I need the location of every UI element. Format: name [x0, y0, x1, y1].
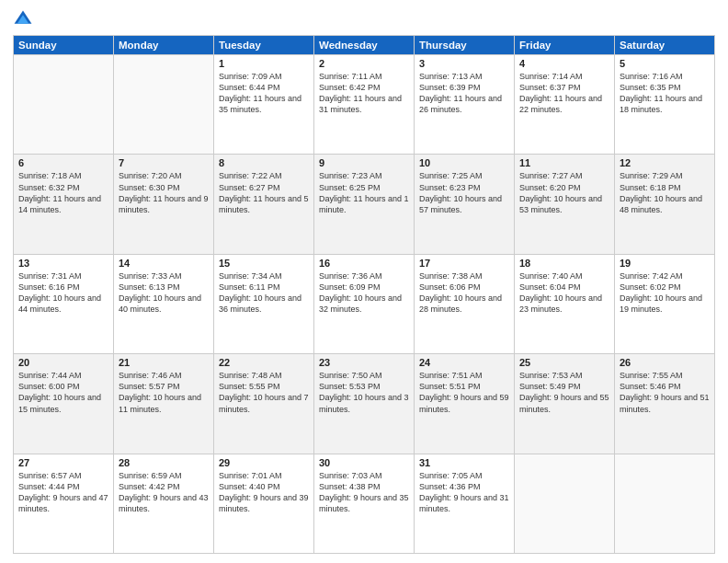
- calendar-cell: 15Sunrise: 7:34 AMSunset: 6:11 PMDayligh…: [214, 254, 314, 353]
- day-info: Sunrise: 7:14 AMSunset: 6:37 PMDaylight:…: [519, 71, 609, 116]
- day-info: Sunrise: 7:16 AMSunset: 6:35 PMDaylight:…: [620, 71, 710, 116]
- calendar-cell: 22Sunrise: 7:48 AMSunset: 5:55 PMDayligh…: [214, 354, 314, 454]
- calendar-cell: 16Sunrise: 7:36 AMSunset: 6:09 PMDayligh…: [314, 254, 415, 353]
- logo: [13, 9, 35, 29]
- calendar-cell: 24Sunrise: 7:51 AMSunset: 5:51 PMDayligh…: [415, 354, 515, 454]
- day-number: 11: [519, 157, 609, 168]
- day-info: Sunrise: 7:23 AMSunset: 6:25 PMDaylight:…: [319, 170, 409, 215]
- calendar-cell: 18Sunrise: 7:40 AMSunset: 6:04 PMDayligh…: [515, 254, 615, 353]
- day-number: 23: [319, 357, 409, 368]
- day-number: 22: [219, 357, 309, 368]
- day-info: Sunrise: 7:03 AMSunset: 4:38 PMDaylight:…: [319, 470, 409, 515]
- calendar-header-row: SundayMondayTuesdayWednesdayThursdayFrid…: [14, 36, 715, 55]
- calendar-cell: 27Sunrise: 6:57 AMSunset: 4:44 PMDayligh…: [14, 454, 114, 553]
- day-number: 19: [620, 258, 710, 269]
- day-number: 13: [18, 258, 108, 269]
- weekday-header: Thursday: [415, 36, 515, 55]
- day-info: Sunrise: 7:20 AMSunset: 6:30 PMDaylight:…: [119, 170, 209, 215]
- calendar-row: 6Sunrise: 7:18 AMSunset: 6:32 PMDaylight…: [14, 155, 715, 254]
- day-info: Sunrise: 7:31 AMSunset: 6:16 PMDaylight:…: [18, 270, 108, 316]
- calendar-cell: 7Sunrise: 7:20 AMSunset: 6:30 PMDaylight…: [114, 155, 214, 254]
- page: SundayMondayTuesdayWednesdayThursdayFrid…: [0, 0, 728, 563]
- day-info: Sunrise: 7:18 AMSunset: 6:32 PMDaylight:…: [18, 170, 108, 215]
- calendar-cell: 10Sunrise: 7:25 AMSunset: 6:23 PMDayligh…: [415, 155, 515, 254]
- weekday-header: Friday: [515, 36, 615, 55]
- calendar-cell: [515, 454, 615, 553]
- weekday-header: Saturday: [615, 36, 715, 55]
- day-info: Sunrise: 7:27 AMSunset: 6:20 PMDaylight:…: [519, 170, 609, 215]
- day-info: Sunrise: 7:55 AMSunset: 5:46 PMDaylight:…: [620, 370, 710, 415]
- day-number: 12: [620, 157, 710, 168]
- day-number: 24: [419, 357, 509, 368]
- calendar-cell: [114, 55, 214, 155]
- day-info: Sunrise: 7:05 AMSunset: 4:36 PMDaylight:…: [419, 470, 509, 515]
- calendar-row: 1Sunrise: 7:09 AMSunset: 6:44 PMDaylight…: [14, 55, 715, 155]
- day-info: Sunrise: 7:36 AMSunset: 6:09 PMDaylight:…: [319, 270, 409, 316]
- calendar-cell: [615, 454, 715, 553]
- day-number: 5: [620, 58, 710, 69]
- day-number: 29: [219, 457, 309, 468]
- calendar-cell: 20Sunrise: 7:44 AMSunset: 6:00 PMDayligh…: [14, 354, 114, 454]
- calendar-cell: 5Sunrise: 7:16 AMSunset: 6:35 PMDaylight…: [615, 55, 715, 155]
- logo-icon: [13, 9, 33, 29]
- day-number: 27: [18, 457, 108, 468]
- calendar-cell: 23Sunrise: 7:50 AMSunset: 5:53 PMDayligh…: [314, 354, 415, 454]
- day-number: 9: [319, 157, 409, 168]
- day-number: 21: [119, 357, 209, 368]
- day-info: Sunrise: 7:22 AMSunset: 6:27 PMDaylight:…: [219, 170, 309, 215]
- day-number: 20: [18, 357, 108, 368]
- day-info: Sunrise: 7:11 AMSunset: 6:42 PMDaylight:…: [319, 71, 409, 116]
- calendar-cell: 13Sunrise: 7:31 AMSunset: 6:16 PMDayligh…: [14, 254, 114, 353]
- day-number: 25: [519, 357, 609, 368]
- day-number: 7: [119, 157, 209, 168]
- calendar-cell: 3Sunrise: 7:13 AMSunset: 6:39 PMDaylight…: [415, 55, 515, 155]
- day-info: Sunrise: 7:33 AMSunset: 6:13 PMDaylight:…: [119, 270, 209, 316]
- weekday-header: Sunday: [14, 36, 114, 55]
- day-info: Sunrise: 7:50 AMSunset: 5:53 PMDaylight:…: [319, 370, 409, 415]
- calendar-cell: 30Sunrise: 7:03 AMSunset: 4:38 PMDayligh…: [314, 454, 415, 553]
- day-number: 2: [319, 58, 409, 69]
- calendar-cell: 21Sunrise: 7:46 AMSunset: 5:57 PMDayligh…: [114, 354, 214, 454]
- day-number: 16: [319, 258, 409, 269]
- day-info: Sunrise: 7:38 AMSunset: 6:06 PMDaylight:…: [419, 270, 509, 316]
- calendar-cell: 4Sunrise: 7:14 AMSunset: 6:37 PMDaylight…: [515, 55, 615, 155]
- calendar-row: 27Sunrise: 6:57 AMSunset: 4:44 PMDayligh…: [14, 454, 715, 553]
- day-info: Sunrise: 7:48 AMSunset: 5:55 PMDaylight:…: [219, 370, 309, 415]
- day-info: Sunrise: 7:53 AMSunset: 5:49 PMDaylight:…: [519, 370, 609, 415]
- day-number: 4: [519, 58, 609, 69]
- day-number: 10: [419, 157, 509, 168]
- day-info: Sunrise: 7:46 AMSunset: 5:57 PMDaylight:…: [119, 370, 209, 415]
- day-info: Sunrise: 7:13 AMSunset: 6:39 PMDaylight:…: [419, 71, 509, 116]
- day-number: 14: [119, 258, 209, 269]
- day-info: Sunrise: 7:09 AMSunset: 6:44 PMDaylight:…: [219, 71, 309, 116]
- day-info: Sunrise: 7:25 AMSunset: 6:23 PMDaylight:…: [419, 170, 509, 215]
- day-number: 8: [219, 157, 309, 168]
- header: [13, 9, 715, 29]
- day-number: 1: [219, 58, 309, 69]
- weekday-header: Tuesday: [214, 36, 314, 55]
- day-info: Sunrise: 7:34 AMSunset: 6:11 PMDaylight:…: [219, 270, 309, 316]
- calendar-row: 20Sunrise: 7:44 AMSunset: 6:00 PMDayligh…: [14, 354, 715, 454]
- calendar-row: 13Sunrise: 7:31 AMSunset: 6:16 PMDayligh…: [14, 254, 715, 353]
- day-number: 31: [419, 457, 509, 468]
- day-number: 6: [18, 157, 108, 168]
- day-info: Sunrise: 7:42 AMSunset: 6:02 PMDaylight:…: [620, 270, 710, 316]
- calendar-cell: [14, 55, 114, 155]
- calendar-cell: 28Sunrise: 6:59 AMSunset: 4:42 PMDayligh…: [114, 454, 214, 553]
- day-number: 30: [319, 457, 409, 468]
- calendar-cell: 9Sunrise: 7:23 AMSunset: 6:25 PMDaylight…: [314, 155, 415, 254]
- day-number: 15: [219, 258, 309, 269]
- calendar-cell: 26Sunrise: 7:55 AMSunset: 5:46 PMDayligh…: [615, 354, 715, 454]
- calendar-cell: 17Sunrise: 7:38 AMSunset: 6:06 PMDayligh…: [415, 254, 515, 353]
- day-info: Sunrise: 7:40 AMSunset: 6:04 PMDaylight:…: [519, 270, 609, 316]
- calendar-cell: 29Sunrise: 7:01 AMSunset: 4:40 PMDayligh…: [214, 454, 314, 553]
- calendar-cell: 11Sunrise: 7:27 AMSunset: 6:20 PMDayligh…: [515, 155, 615, 254]
- day-info: Sunrise: 7:01 AMSunset: 4:40 PMDaylight:…: [219, 470, 309, 515]
- calendar-cell: 6Sunrise: 7:18 AMSunset: 6:32 PMDaylight…: [14, 155, 114, 254]
- calendar-cell: 1Sunrise: 7:09 AMSunset: 6:44 PMDaylight…: [214, 55, 314, 155]
- day-info: Sunrise: 6:57 AMSunset: 4:44 PMDaylight:…: [18, 470, 108, 515]
- day-number: 17: [419, 258, 509, 269]
- day-number: 28: [119, 457, 209, 468]
- calendar-cell: 25Sunrise: 7:53 AMSunset: 5:49 PMDayligh…: [515, 354, 615, 454]
- calendar-cell: 2Sunrise: 7:11 AMSunset: 6:42 PMDaylight…: [314, 55, 415, 155]
